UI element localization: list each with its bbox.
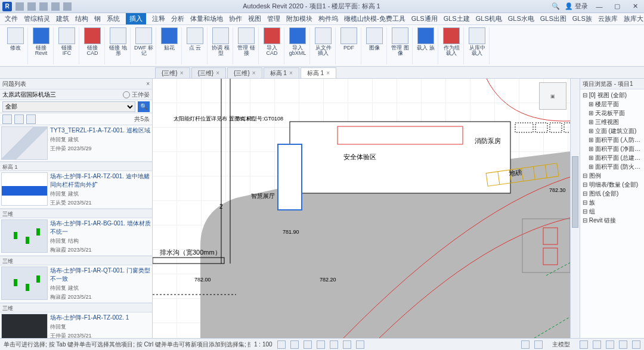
ribbon-button[interactable]: 链接 CAD [82,27,103,56]
ribbon-button[interactable]: DWF 标记 [134,27,154,56]
drawing-canvas[interactable]: 太阳能灯杆位置详见布 置图 灯杆型号:GT0108 781.63 781.90 … [153,79,580,338]
menu-tab[interactable]: 文件 [5,14,18,23]
workset-icon[interactable] [521,340,530,349]
tree-node[interactable]: ⊞ 面积平面 (防火分区面 [583,162,642,171]
menu-tab[interactable]: 分析 [171,14,184,23]
view-tab[interactable]: {三维}× [191,67,227,78]
tree-node[interactable]: ⊟ Revit 链接 [583,216,642,225]
ribbon-button[interactable]: 管理 链接 [236,27,256,56]
view-tab[interactable]: 标高 1× [264,67,299,78]
menu-tab[interactable]: 建筑 [56,14,69,23]
window-close-icon[interactable]: ✕ [628,2,642,10]
menu-tab[interactable]: 结构 [75,14,88,23]
issue-item[interactable]: 场布-土护降-F1-AR-TZ-002. 1待回复王仲晏 2023/5/21 [0,312,152,338]
tree-node[interactable]: ⊟ 组 [583,207,642,216]
issue-item[interactable]: TYT3_TERZL-F1-A-TZ-001. 巡检区域待回复 建筑王仲晏 20… [0,125,152,162]
view-tab[interactable]: {三维}× [227,67,262,78]
menu-tab[interactable]: GLS通用 [411,14,438,23]
tree-node[interactable]: ⊞ 立面 (建筑立面) [583,126,642,135]
menu-tab[interactable]: 体量和场地 [190,14,223,23]
menu-tab[interactable]: 协作 [229,14,242,23]
view-cube[interactable]: ▣ [539,82,566,110]
menu-tab[interactable]: 附加模块 [286,14,312,23]
tree-node[interactable]: ⊞ 楼层平面 [583,100,642,109]
menu-tab[interactable]: GLS水电 [508,14,534,23]
issue-search-button[interactable]: 🔍 [138,101,150,112]
ribbon-button[interactable]: 链接 IFC [57,27,77,56]
tab-close-icon[interactable]: × [180,70,184,76]
select-face-icon[interactable] [606,340,614,349]
ribbon-button[interactable]: 链接 地形 [108,27,128,56]
ribbon-button[interactable]: 修改 [5,27,26,51]
ribbon-button[interactable]: 协调 模型 [210,27,231,56]
ribbon-button[interactable]: 从库中载入 [467,27,487,56]
tree-node[interactable]: ⊞ 天花板平面 [583,109,642,117]
tree-node[interactable]: ⊟ 图例 [583,171,642,180]
tab-close-icon[interactable]: × [289,70,293,76]
ribbon-button[interactable]: 作为组 载入 [441,27,462,56]
issue-item[interactable]: 场布-土护降-F1-AR-TZ-001. 途中地赌同向栏杆需向外扩待回复 建筑王… [0,171,152,209]
detail-level-icon[interactable] [277,340,286,349]
menu-tab[interactable]: 管综精灵 [24,14,50,23]
select-pinned-icon[interactable] [593,340,601,349]
quick-access-toolbar[interactable] [16,2,72,11]
menu-tab[interactable]: 构件坞 [318,14,338,23]
qat-undo-icon[interactable] [39,2,48,11]
menu-tab[interactable]: 注释 [152,14,165,23]
tree-node[interactable]: ⊞ 面积平面 (人防分区面 [583,135,642,144]
tab-close-icon[interactable]: × [216,70,219,76]
view-tab[interactable]: 标高 1× [301,67,336,78]
tree-node[interactable]: ⊟ 明细表/数量 (全部) [583,180,642,189]
sun-path-icon[interactable] [304,340,312,349]
active-model[interactable]: 主模型 [547,340,575,349]
menu-tab[interactable]: GLS出图 [540,14,566,23]
tree-node[interactable]: ⊞ 三维视图 [583,117,642,126]
ribbon-button[interactable]: 从文件 插入 [313,27,333,56]
tree-node[interactable]: ⊞ 面积平面 (总建筑面积 [583,153,642,162]
tree-node[interactable]: ⊟ 族 [583,198,642,207]
menu-tab[interactable]: 族库大师V6.2 [624,14,644,23]
qat-print-icon[interactable] [63,2,72,11]
drag-elements-icon[interactable] [619,340,627,349]
current-user[interactable]: 王仲晏 [123,91,150,99]
menu-tab[interactable]: 视图 [248,14,261,23]
tab-close-icon[interactable]: × [326,70,330,76]
qat-open-icon[interactable] [16,2,24,11]
menu-tab[interactable]: 橄榄山快模-免费工具 [344,14,405,23]
menu-tab[interactable]: 管理 [267,14,280,23]
select-links-icon[interactable] [580,340,588,349]
tree-node[interactable]: ⊞ 面积平面 (净面积) [583,144,642,153]
window-restore-icon[interactable]: ▢ [611,2,624,10]
menu-tab[interactable]: GLS机电 [476,14,502,23]
project-browser-tree[interactable]: ⊟ [0] 视图 (全部)⊞ 楼层平面⊞ 天花板平面⊞ 三维视图⊞ 立面 (建筑… [580,89,644,226]
project-name[interactable]: 太原武宿国际机场三 [2,91,56,99]
window-minimize-icon[interactable]: — [593,3,606,10]
tree-node[interactable]: ⊟ [0] 视图 (全部) [583,91,642,100]
ribbon-button[interactable]: 图像 [364,27,385,51]
menu-tab[interactable]: GLS族 [572,14,592,23]
menu-tab[interactable]: 系统 [107,14,120,23]
ribbon-button[interactable]: 导入 CAD [262,27,282,56]
crop-region-icon[interactable] [343,340,351,349]
ribbon-tabs[interactable]: 文件管综精灵建筑结构钢系统插入注释分析体量和场地协作视图管理附加模块构件坞橄榄山… [0,13,644,25]
qat-save-icon[interactable] [27,2,36,11]
ribbon-button[interactable]: 导入 gbXML [287,27,308,56]
ribbon-button[interactable]: 管理 图像 [390,27,410,56]
view-tab-bar[interactable]: {三维}×{三维}×{三维}×标高 1×标高 1× [0,67,644,79]
issue-new-icon[interactable] [2,114,12,124]
search-icon[interactable]: 🔍 [552,2,560,10]
view-scale[interactable]: 1 : 100 [254,341,273,348]
design-options-icon[interactable] [534,340,543,349]
user-login[interactable]: 👤 登录 [565,2,588,11]
ribbon-button[interactable]: 贴花 [159,27,179,51]
issues-panel-close-icon[interactable]: × [146,80,150,87]
issue-item[interactable]: 场布-土护降-F1-AR-BG-001. 墙体材质不统一待回复 结构梅淑霞 20… [0,218,152,256]
crop-view-icon[interactable] [330,340,338,349]
issue-filter-icon[interactable] [26,114,36,124]
hide-isolate-icon[interactable] [356,340,364,349]
canvas-vertical-scrollbar[interactable] [570,79,580,338]
menu-tab[interactable]: 插入 [126,13,146,24]
floor-plan[interactable]: 太阳能灯杆位置详见布 置图 灯杆型号:GT0108 781.63 781.90 … [153,79,580,338]
menu-tab[interactable]: 钢 [94,14,101,23]
menu-tab[interactable]: 云族库 [598,14,618,23]
